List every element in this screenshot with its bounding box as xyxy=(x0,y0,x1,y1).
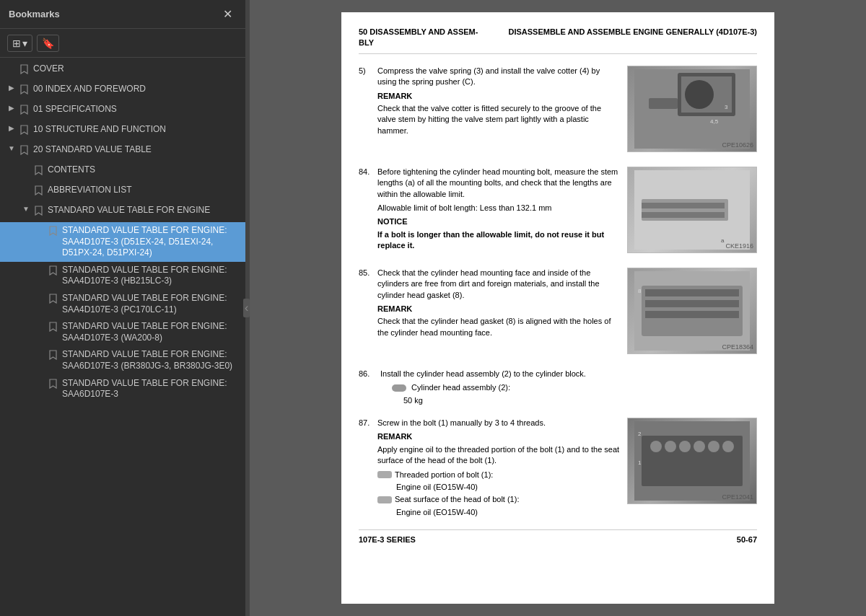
bm-arrow-00-index: ▶ xyxy=(6,84,17,92)
step-84-notice-text: If a bolt is longer than the allowable l… xyxy=(377,229,620,252)
bookmark-item-svt-pc170[interactable]: STANDARD VALUE TABLE FOR ENGINE: SAA4D10… xyxy=(0,290,245,318)
step-87-sub1: Threaded portion of bolt (1): xyxy=(377,470,620,480)
sidebar-header: Bookmarks ✕ xyxy=(0,0,245,29)
svg-point-23 xyxy=(694,441,705,452)
step-86-text: Install the cylinder head assembly (2) t… xyxy=(380,369,586,378)
footer-page: 50-67 xyxy=(737,534,757,545)
doc-header-right: DISASSEMBLE AND ASSEMBLE ENGINE GENERALL… xyxy=(508,27,757,38)
bookmark-label-svt-d51ex: STANDARD VALUE TABLE FOR ENGINE: SAA4D10… xyxy=(62,225,240,259)
bookmark-icon-svt-hb215 xyxy=(48,265,58,276)
bookmark-label-contents: CONTENTS xyxy=(48,164,240,176)
step-84-image: a CKE1916 xyxy=(627,167,757,253)
bookmark-label-svt-wa200: STANDARD VALUE TABLE FOR ENGINE: SAA4D10… xyxy=(62,321,240,343)
bookmark-item-svt-wa200[interactable]: STANDARD VALUE TABLE FOR ENGINE: SAA4D10… xyxy=(0,318,245,346)
step-85-content: Check that the cylinder head mounting fa… xyxy=(377,268,620,301)
bookmark-item-00-index[interactable]: ▶00 INDEX AND FOREWORD xyxy=(0,81,245,101)
svg-text:1: 1 xyxy=(638,459,642,466)
step-87: 87. Screw in the bolt (1) manually by 3 … xyxy=(359,418,757,518)
sidebar-title: Bookmarks xyxy=(9,9,60,19)
step-84: 84. Before tightening the cylinder head … xyxy=(359,167,757,258)
bookmark-item-10-struct[interactable]: ▶10 STRUCTURE AND FUNCTION xyxy=(0,121,245,141)
step-85-remark-label: REMARK xyxy=(377,304,620,314)
step-85-image-col: 8 CPE18364 xyxy=(627,268,757,358)
svg-point-3 xyxy=(685,80,714,109)
step-84-text: 84. Before tightening the cylinder head … xyxy=(359,167,620,258)
step-86-num: 86. xyxy=(359,369,373,408)
bookmark-icon-svt-6d-more xyxy=(48,379,58,389)
bookmark-item-svt-d51ex[interactable]: STANDARD VALUE TABLE FOR ENGINE: SAA4D10… xyxy=(0,222,245,262)
svg-point-25 xyxy=(722,441,734,452)
step-87-num: 87. xyxy=(359,418,373,428)
resize-handle[interactable] xyxy=(245,0,250,616)
step-5-content: Compress the valve spring (3) and instal… xyxy=(377,66,620,88)
svg-rect-14 xyxy=(645,289,739,296)
bookmark-item-01-spec[interactable]: ▶01 SPECIFICATIONS xyxy=(0,101,245,121)
step-5: 5) Compress the valve spring (3) and ins… xyxy=(359,66,757,157)
bookmark-item-svt-engine[interactable]: ▼STANDARD VALUE TABLE FOR ENGINE xyxy=(0,202,245,222)
expand-all-button[interactable]: ⊞ ▾ xyxy=(7,35,32,52)
step-85-image-code: CPE18364 xyxy=(722,343,753,352)
step-84-notice-label: NOTICE xyxy=(377,216,620,227)
svg-rect-10 xyxy=(642,212,725,218)
bookmark-item-abbrev[interactable]: ABBREVIATION LIST xyxy=(0,182,245,202)
thread-icon xyxy=(377,471,392,478)
step-5-remark-text: Check that the valve cotter is fitted se… xyxy=(377,103,620,136)
svg-rect-16 xyxy=(645,311,739,318)
bookmark-item-svt-6d-br380[interactable]: STANDARD VALUE TABLE FOR ENGINE: SAA6D10… xyxy=(0,346,245,374)
step-87-text: 87. Screw in the bolt (1) manually by 3 … xyxy=(359,418,620,518)
close-button[interactable]: ✕ xyxy=(219,6,237,22)
bookmark-icon-01-spec xyxy=(19,105,29,115)
step-87-sub2-label: Seat surface of the head of bolt (1): xyxy=(395,494,519,505)
step-86-sub1: Cylinder head assembly (2): xyxy=(392,382,757,393)
bookmark-item-cover[interactable]: COVER xyxy=(0,61,245,81)
step-86: 86. Install the cylinder head assembly (… xyxy=(359,369,757,408)
step-87-remark-text: Apply engine oil to the threaded portion… xyxy=(377,444,620,467)
bookmarks-sidebar: Bookmarks ✕ ⊞ ▾ 🔖 COVER▶00 INDEX AND FOR… xyxy=(0,0,245,616)
step-5-image-code: CPE10626 xyxy=(722,141,753,150)
step-86-content: Install the cylinder head assembly (2) t… xyxy=(380,369,757,408)
step-85-remark-text: Check that the cylinder head gasket (8) … xyxy=(377,316,620,338)
main-content-area: 50 DISASSEMBLY AND ASSEM- BLY DISASSEMBL… xyxy=(250,0,866,616)
bookmark-label-20-standard: 20 STANDARD VALUE TABLE xyxy=(33,144,240,156)
bookmark-icon-contents xyxy=(33,165,43,175)
add-bookmark-button[interactable]: 🔖 xyxy=(37,35,59,52)
svg-text:a: a xyxy=(721,237,725,244)
step-5-num: 5) xyxy=(359,66,373,88)
bookmark-icon-10-struct xyxy=(19,125,29,135)
step-87-sub2: Seat surface of the head of bolt (1): xyxy=(377,494,620,505)
bookmark-item-svt-6d-more[interactable]: STANDARD VALUE TABLE FOR ENGINE: SAA6D10… xyxy=(0,375,245,403)
step-84-allowable: Allowable limit of bolt length: Less tha… xyxy=(377,203,620,214)
step-87-image-code: CPE12041 xyxy=(722,493,753,502)
bookmark-item-contents[interactable]: CONTENTS xyxy=(0,162,245,182)
step-5-remark-label: REMARK xyxy=(377,91,620,102)
svg-text:2: 2 xyxy=(638,431,642,437)
step-85-num: 85. xyxy=(359,268,373,301)
svg-point-20 xyxy=(650,441,662,452)
bookmark-item-20-standard[interactable]: ▼20 STANDARD VALUE TABLE xyxy=(0,141,245,162)
svg-rect-15 xyxy=(645,300,739,307)
bm-arrow-01-spec: ▶ xyxy=(6,104,17,112)
step-87-sub1-val: Engine oil (EO15W-40) xyxy=(396,482,620,493)
step-87-content: Screw in the bolt (1) manually by 3 to 4… xyxy=(377,418,546,428)
bookmark-label-svt-hb215: STANDARD VALUE TABLE FOR ENGINE: SAA4D10… xyxy=(62,265,240,287)
doc-footer: 107E-3 SERIES 50-67 xyxy=(359,529,757,545)
bookmark-icon-svt-6d-br380 xyxy=(48,350,58,360)
bookmark-label-abbrev: ABBREVIATION LIST xyxy=(48,185,240,196)
bookmark-icon-svt-engine xyxy=(33,206,43,216)
bookmark-add-icon: 🔖 xyxy=(42,38,54,49)
bookmark-label-svt-engine: STANDARD VALUE TABLE FOR ENGINE xyxy=(48,205,240,216)
step-85-text: 85. Check that the cylinder head mountin… xyxy=(359,268,620,358)
step-86-sub1-label: Cylinder head assembly (2): xyxy=(411,383,510,392)
step-5-image-col: 4,5 3 CPE10626 xyxy=(627,66,757,157)
expand-icon: ⊞ xyxy=(12,38,21,49)
step-85-image: 8 CPE18364 xyxy=(627,268,757,354)
svg-rect-4 xyxy=(649,98,678,109)
svg-point-22 xyxy=(679,441,691,452)
bookmark-icon-svt-pc170 xyxy=(48,294,58,304)
doc-header-left: 50 DISASSEMBLY AND ASSEM- BLY xyxy=(359,27,478,49)
bookmark-label-cover: COVER xyxy=(33,63,240,75)
step-87-sub1-label: Threaded portion of bolt (1): xyxy=(395,470,493,480)
bookmark-icon-svt-d51ex xyxy=(48,226,58,236)
step-84-num: 84. xyxy=(359,167,373,200)
bookmark-item-svt-hb215[interactable]: STANDARD VALUE TABLE FOR ENGINE: SAA4D10… xyxy=(0,262,245,290)
